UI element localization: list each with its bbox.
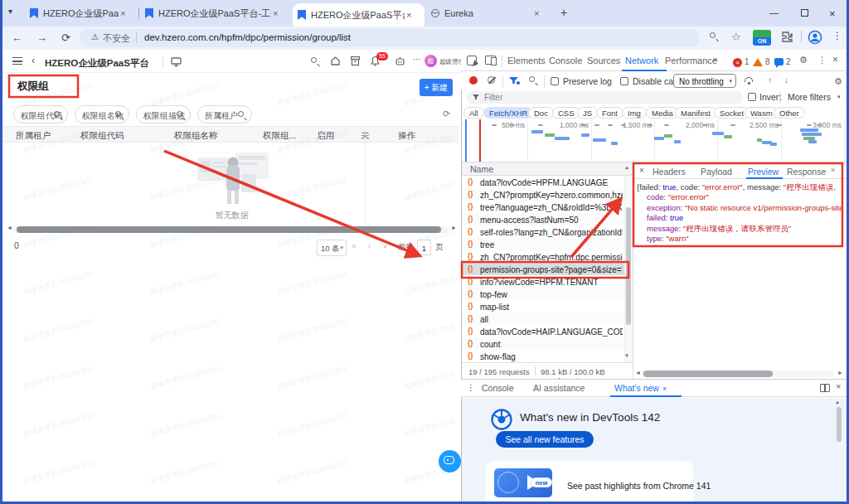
request-row[interactable]: {}self-roles?lang=zh_CN&organizationId=0…	[462, 225, 624, 238]
error-badge-icon[interactable]: ×	[733, 58, 742, 67]
scroll-left-icon[interactable]: ◄	[7, 225, 12, 230]
drawer-scrollbar-thumb[interactable]	[837, 407, 842, 442]
extensions-puzzle-icon[interactable]	[781, 31, 793, 43]
prev-page-button[interactable]: ‹	[368, 241, 371, 250]
reload-button[interactable]: ⟳	[61, 32, 70, 44]
network-filter-input[interactable]	[466, 91, 743, 104]
browser-tab[interactable]: Eureka×	[426, 0, 552, 27]
tab-close-icon[interactable]: ×	[406, 10, 411, 20]
device-toolbar-icon[interactable]	[485, 56, 496, 65]
menu-icon[interactable]	[12, 57, 22, 65]
devtools-tab-console[interactable]: Console	[549, 56, 582, 65]
throttling-select[interactable]: No throttling ▾	[673, 74, 736, 88]
robot-icon[interactable]	[395, 56, 405, 66]
drawer-tab-2[interactable]: What's new×	[614, 383, 667, 393]
scroll-left-icon[interactable]: ◄	[635, 370, 641, 376]
collapse-icon[interactable]: ‹	[32, 55, 35, 66]
preview-scrollbar-thumb[interactable]	[643, 371, 773, 377]
type-filter-font[interactable]: Font	[596, 107, 623, 119]
request-row[interactable]: {}tree	[462, 238, 624, 250]
type-filter-manifest[interactable]: Manifest	[675, 107, 716, 119]
type-filter-css[interactable]: CSS	[552, 107, 580, 119]
browser-tab[interactable]: HZERO企业级PaaS平台-工作台×	[140, 0, 291, 27]
network-overview-timeline[interactable]: 500 ms1,000 ms1,500 ms2,000 ms2,500 ms3,…	[462, 119, 847, 162]
security-label[interactable]: 不安全	[103, 32, 130, 45]
name-column-header[interactable]: Name	[462, 162, 633, 176]
type-filter-other[interactable]: Other	[774, 107, 805, 119]
type-filter-js[interactable]: JS	[577, 107, 598, 119]
archive-box-icon[interactable]	[350, 56, 361, 66]
type-filter-all[interactable]: All	[463, 107, 484, 119]
devtools-menu-icon[interactable]: ⋮	[817, 55, 827, 65]
workbench-monitor-icon[interactable]	[171, 56, 182, 67]
inspect-icon[interactable]	[467, 56, 477, 65]
extension-on-badge[interactable]: ON	[753, 30, 771, 46]
more-filters-label[interactable]: More filters	[788, 92, 831, 102]
detail-close-icon[interactable]: ×	[639, 166, 644, 175]
request-row[interactable]: {}count	[462, 337, 624, 350]
network-search-icon[interactable]	[529, 76, 535, 82]
network-settings-icon[interactable]: ⚙	[834, 76, 842, 87]
issues-badge-icon[interactable]	[774, 58, 784, 65]
browser-tab[interactable]: HZERO企业级PaaS平台×	[25, 0, 138, 27]
back-button[interactable]: ←	[12, 32, 22, 44]
request-row[interactable]: {}data?lovCode=HPFM.LANGUAGE	[462, 176, 624, 188]
request-row[interactable]: {}zh_CN?promptKey=hzero.common,hzero.c	[462, 188, 624, 201]
more-tabs-icon[interactable]: »	[713, 55, 718, 64]
next-page-button[interactable]: ›	[384, 241, 386, 250]
filter-field-3[interactable]: 所属租户	[197, 105, 252, 124]
drawer-tab-0[interactable]: Console	[482, 383, 514, 393]
devtools-tab-performance[interactable]: Performance	[665, 56, 717, 65]
devtools-tab-network[interactable]: Network	[625, 56, 658, 65]
scroll-right-icon[interactable]: ►	[451, 225, 457, 230]
home-icon[interactable]	[330, 56, 341, 66]
forward-button[interactable]: →	[36, 32, 47, 44]
tab-close-icon[interactable]: ×	[120, 8, 125, 18]
detail-tab-headers[interactable]: Headers	[653, 167, 686, 177]
request-row[interactable]: {}map-list	[462, 300, 624, 313]
type-filter-img[interactable]: Img	[622, 107, 647, 119]
request-row[interactable]: {}all	[462, 313, 624, 325]
split-panel-icon[interactable]	[820, 384, 830, 392]
preserve-log-checkbox[interactable]	[551, 77, 559, 85]
horizontal-scrollbar-thumb[interactable]	[17, 226, 441, 233]
detail-tab-response[interactable]: Response	[787, 167, 826, 177]
see-all-features-button[interactable]: See all new features	[496, 431, 594, 448]
more-icon[interactable]: ⋯	[413, 55, 421, 64]
tab-search-icon[interactable]: ▾	[8, 7, 12, 16]
new-tab-button[interactable]: +	[560, 6, 567, 19]
import-har-icon[interactable]: ↑	[768, 75, 772, 85]
search-icon[interactable]	[311, 57, 317, 63]
devtools-settings-icon[interactable]: ⚙	[799, 55, 808, 65]
invert-label[interactable]: Invert	[759, 92, 781, 102]
request-row[interactable]: {}permission-groups-site?page=0&size=10	[462, 263, 624, 275]
request-row[interactable]: {}tree?language=zh_CN&roldId=%3D0X..W...	[462, 201, 624, 213]
zoom-icon[interactable]	[710, 32, 716, 38]
request-list-scrollbar-thumb[interactable]	[626, 207, 631, 325]
invert-checkbox[interactable]	[748, 93, 756, 101]
preserve-log-label[interactable]: Preserve log	[563, 76, 612, 86]
tab-close-icon[interactable]: ×	[273, 8, 278, 18]
page-number-input[interactable]: 1	[417, 240, 431, 255]
request-row[interactable]: {}data?lovCode=HAIP.LANGUAGE_CODE	[462, 325, 624, 337]
drawer-tab-1[interactable]: AI assistance	[533, 383, 585, 393]
browser-menu-icon[interactable]: ⋮	[832, 30, 843, 41]
export-har-icon[interactable]: ↓	[784, 75, 788, 85]
detail-tab-payload[interactable]: Payload	[701, 167, 732, 177]
bookmark-star-icon[interactable]: ☆	[731, 31, 741, 43]
create-button[interactable]: + 新建	[420, 79, 453, 96]
warning-badge-icon[interactable]	[753, 58, 763, 66]
window-maximize-button[interactable]	[801, 9, 808, 17]
detail-tab-preview[interactable]: Preview	[748, 167, 779, 177]
clear-icon[interactable]	[488, 76, 495, 84]
drawer-menu-icon[interactable]: ⋮	[467, 383, 475, 392]
scroll-down-icon[interactable]: ▼	[624, 353, 629, 358]
tab-close-icon[interactable]: ×	[662, 385, 667, 393]
chat-assistant-button[interactable]	[439, 450, 461, 472]
tab-close-icon[interactable]: ×	[534, 8, 539, 18]
window-minimize-button[interactable]: —	[769, 7, 779, 17]
request-row[interactable]: {}zh_CN?promptKey=hpfm.dpc.permission	[462, 250, 624, 263]
type-filter-doc[interactable]: Doc	[528, 107, 554, 119]
request-row[interactable]: {}show-flag	[462, 350, 624, 362]
filter-field-1[interactable]: 权限组名称	[75, 105, 129, 124]
